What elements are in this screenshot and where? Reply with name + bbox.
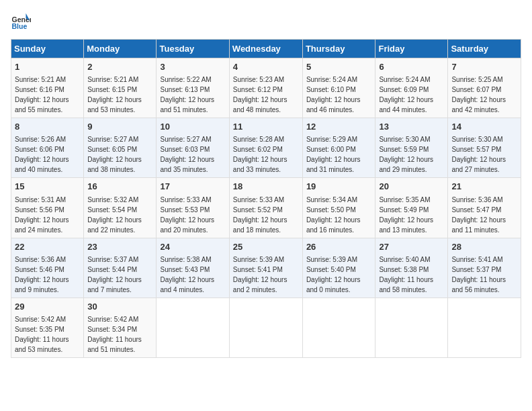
day-cell-21: 21Sunrise: 5:36 AMSunset: 5:47 PMDayligh…: [448, 178, 521, 238]
week-row-2: 8Sunrise: 5:26 AMSunset: 6:06 PMDaylight…: [11, 118, 521, 178]
day-cell-1: 1Sunrise: 5:21 AMSunset: 6:16 PMDaylight…: [11, 58, 84, 118]
day-cell-22: 22Sunrise: 5:36 AMSunset: 5:46 PMDayligh…: [11, 238, 84, 298]
day-cell-10: 10Sunrise: 5:27 AMSunset: 6:03 PMDayligh…: [157, 118, 229, 178]
day-cell-15: 15Sunrise: 5:31 AMSunset: 5:56 PMDayligh…: [11, 178, 84, 238]
empty-cell: [302, 298, 375, 357]
week-row-4: 22Sunrise: 5:36 AMSunset: 5:46 PMDayligh…: [11, 238, 521, 298]
day-cell-14: 14Sunrise: 5:30 AMSunset: 5:57 PMDayligh…: [448, 118, 521, 178]
day-header-sunday: Sunday: [11, 40, 84, 58]
calendar-header: SundayMondayTuesdayWednesdayThursdayFrid…: [11, 40, 521, 58]
day-cell-7: 7Sunrise: 5:25 AMSunset: 6:07 PMDaylight…: [448, 58, 521, 118]
day-cell-5: 5Sunrise: 5:24 AMSunset: 6:10 PMDaylight…: [302, 58, 375, 118]
day-cell-28: 28Sunrise: 5:41 AMSunset: 5:37 PMDayligh…: [448, 238, 521, 298]
week-row-1: 1Sunrise: 5:21 AMSunset: 6:16 PMDaylight…: [11, 58, 521, 118]
day-header-thursday: Thursday: [302, 40, 375, 58]
day-header-monday: Monday: [84, 40, 157, 58]
day-cell-2: 2Sunrise: 5:21 AMSunset: 6:15 PMDaylight…: [84, 58, 157, 118]
day-cell-24: 24Sunrise: 5:38 AMSunset: 5:43 PMDayligh…: [157, 238, 229, 298]
day-cell-17: 17Sunrise: 5:33 AMSunset: 5:53 PMDayligh…: [157, 178, 229, 238]
day-cell-9: 9Sunrise: 5:27 AMSunset: 6:05 PMDaylight…: [84, 118, 157, 178]
day-cell-29: 29Sunrise: 5:42 AMSunset: 5:35 PMDayligh…: [11, 298, 84, 357]
logo-icon: General Blue: [11, 11, 31, 31]
day-cell-25: 25Sunrise: 5:39 AMSunset: 5:41 PMDayligh…: [229, 238, 302, 298]
day-cell-23: 23Sunrise: 5:37 AMSunset: 5:44 PMDayligh…: [84, 238, 157, 298]
day-cell-30: 30Sunrise: 5:42 AMSunset: 5:34 PMDayligh…: [84, 298, 157, 357]
empty-cell: [229, 298, 302, 357]
day-cell-19: 19Sunrise: 5:34 AMSunset: 5:50 PMDayligh…: [302, 178, 375, 238]
day-cell-20: 20Sunrise: 5:35 AMSunset: 5:49 PMDayligh…: [375, 178, 448, 238]
day-header-tuesday: Tuesday: [157, 40, 229, 58]
day-cell-8: 8Sunrise: 5:26 AMSunset: 6:06 PMDaylight…: [11, 118, 84, 178]
day-header-saturday: Saturday: [448, 40, 521, 58]
empty-cell: [375, 298, 448, 357]
calendar-table: SundayMondayTuesdayWednesdayThursdayFrid…: [11, 39, 521, 358]
logo: General Blue: [11, 11, 31, 31]
day-cell-13: 13Sunrise: 5:30 AMSunset: 5:59 PMDayligh…: [375, 118, 448, 178]
svg-text:Blue: Blue: [12, 22, 28, 30]
day-cell-4: 4Sunrise: 5:23 AMSunset: 6:12 PMDaylight…: [229, 58, 302, 118]
day-header-wednesday: Wednesday: [229, 40, 302, 58]
week-row-5: 29Sunrise: 5:42 AMSunset: 5:35 PMDayligh…: [11, 298, 521, 357]
day-cell-3: 3Sunrise: 5:22 AMSunset: 6:13 PMDaylight…: [157, 58, 229, 118]
day-cell-18: 18Sunrise: 5:33 AMSunset: 5:52 PMDayligh…: [229, 178, 302, 238]
page-header: General Blue: [11, 11, 521, 31]
day-cell-12: 12Sunrise: 5:29 AMSunset: 6:00 PMDayligh…: [302, 118, 375, 178]
day-cell-6: 6Sunrise: 5:24 AMSunset: 6:09 PMDaylight…: [375, 58, 448, 118]
day-cell-11: 11Sunrise: 5:28 AMSunset: 6:02 PMDayligh…: [229, 118, 302, 178]
day-cell-16: 16Sunrise: 5:32 AMSunset: 5:54 PMDayligh…: [84, 178, 157, 238]
day-cell-26: 26Sunrise: 5:39 AMSunset: 5:40 PMDayligh…: [302, 238, 375, 298]
day-header-friday: Friday: [375, 40, 448, 58]
empty-cell: [157, 298, 229, 357]
empty-cell: [448, 298, 521, 357]
day-cell-27: 27Sunrise: 5:40 AMSunset: 5:38 PMDayligh…: [375, 238, 448, 298]
week-row-3: 15Sunrise: 5:31 AMSunset: 5:56 PMDayligh…: [11, 178, 521, 238]
